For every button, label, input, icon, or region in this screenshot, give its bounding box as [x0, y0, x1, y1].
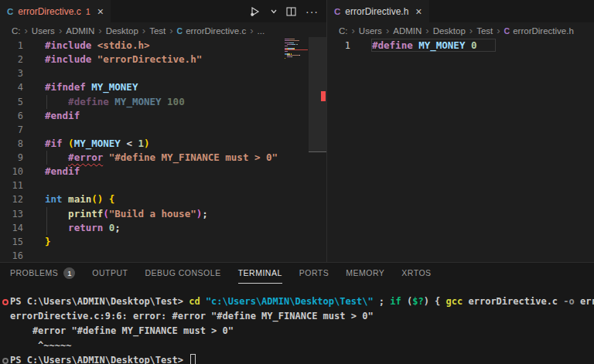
tabbar-left: C errorDirective.c 1 × ···: [0, 0, 326, 22]
code-line[interactable]: 1#include <stdio.h>: [0, 39, 326, 53]
code-token: #if: [45, 138, 68, 149]
code-token: printf: [68, 208, 103, 219]
tab-errordirective-c[interactable]: C errorDirective.c 1 ×: [0, 0, 111, 22]
code-token: main: [68, 193, 91, 205]
line-number: 7: [0, 123, 23, 137]
breadcrumb-right: C:›Users›ADMIN›Desktop›Test›CerrorDirect…: [327, 22, 594, 39]
panel-tab-ports[interactable]: PORTS: [299, 263, 329, 284]
breadcrumb-item[interactable]: CerrorDirective.c: [177, 26, 247, 36]
terminal-text: if: [390, 296, 407, 307]
code-token: ;: [202, 208, 208, 219]
code-line[interactable]: 12int main() {: [0, 192, 326, 206]
code-token: MY_MONEY: [91, 81, 138, 93]
tab-errordirective-h[interactable]: C errorDirective.h ×: [327, 0, 429, 22]
breadcrumb-item[interactable]: ...: [258, 26, 265, 36]
line-number: 6: [0, 109, 23, 123]
command-decoration-icon: [2, 358, 9, 364]
code-token: }: [45, 236, 51, 247]
panel-tab-label: MEMORY: [346, 268, 384, 277]
terminal[interactable]: PS C:\Users\ADMIN\Desktop\Test> cd "c:\U…: [0, 294, 594, 364]
terminal-text: -o: [563, 296, 574, 307]
code-line[interactable]: 9 #error "#define MY_FINANCE must > 0": [0, 151, 326, 165]
breadcrumb-item[interactable]: ADMIN: [66, 26, 94, 36]
minimap[interactable]: [285, 39, 308, 60]
code-line[interactable]: 7: [0, 123, 326, 137]
vscode-window: C errorDirective.c 1 × ···: [0, 0, 594, 364]
breadcrumb-item[interactable]: Desktop: [106, 26, 138, 36]
panel-tab-terminal[interactable]: TERMINAL: [238, 263, 282, 284]
code-line[interactable]: 6#endif: [0, 109, 326, 123]
code-line[interactable]: 2#include "errorDirective.h": [0, 53, 326, 66]
breadcrumb-item[interactable]: C:: [12, 26, 21, 36]
line-number: 8: [0, 137, 23, 151]
line-text: #if (MY_MONEY < 1): [45, 137, 150, 151]
code-line[interactable]: 10#endif: [0, 165, 326, 179]
code-line[interactable]: 13 printf("Build a house");: [0, 207, 326, 221]
breadcrumb-item[interactable]: CerrorDirective.h: [504, 26, 574, 36]
line-text: #define MY_MONEY 0: [372, 39, 477, 53]
code-token: #include: [45, 53, 97, 65]
line-text: int main() {: [45, 192, 114, 206]
breadcrumb-label: errorDirective.c: [186, 26, 246, 36]
terminal-row[interactable]: ^~~~~~: [0, 338, 594, 353]
breadcrumb-label: Desktop: [106, 26, 138, 36]
panel-tab-problems[interactable]: PROBLEMS1: [10, 263, 75, 284]
breadcrumb-label: Test: [476, 26, 493, 36]
code-line[interactable]: 5 #define MY_MONEY 100: [0, 95, 326, 109]
terminal-text: erro: [575, 296, 594, 307]
breadcrumb-item[interactable]: Test: [149, 26, 166, 36]
code-line[interactable]: 4#ifndef MY_MONEY: [0, 80, 326, 94]
breadcrumb-item[interactable]: Users: [32, 26, 55, 36]
code-token: (: [68, 138, 74, 149]
breadcrumb-label: Desktop: [433, 26, 466, 36]
panel-tab-output[interactable]: OUTPUT: [92, 263, 128, 284]
panel-tab-xrtos[interactable]: XRTOS: [401, 263, 431, 284]
run-dropdown-chevron-icon[interactable]: [271, 9, 277, 14]
split-editor-icon[interactable]: [286, 7, 296, 16]
breadcrumb-item[interactable]: Test: [476, 26, 493, 36]
line-text: #define MY_MONEY 100: [45, 95, 185, 109]
chevron-right-icon: ›: [385, 27, 390, 35]
panel-tab-debug-console[interactable]: DEBUG CONSOLE: [145, 263, 221, 284]
terminal-row[interactable]: PS C:\Users\ADMIN\Desktop\Test>: [0, 353, 594, 364]
line-number: 2: [0, 53, 23, 66]
panel-tab-label: XRTOS: [401, 268, 431, 277]
terminal-row[interactable]: #error "#define MY_FINANCE must > 0": [0, 324, 594, 338]
breadcrumb-label: ADMIN: [393, 26, 422, 36]
breadcrumb-item[interactable]: Desktop: [433, 26, 466, 36]
code-editor-left[interactable]: 1#include <stdio.h>2#include "errorDirec…: [0, 39, 326, 262]
line-text: #endif: [45, 165, 80, 179]
code-editor-right[interactable]: 1#define MY_MONEY 0: [327, 39, 594, 262]
breadcrumb-label: ...: [258, 26, 265, 36]
code-token: #ifndef: [45, 81, 91, 93]
line-number: 15: [0, 235, 23, 249]
code-line[interactable]: 14 return 0;: [0, 221, 326, 235]
line-number: 5: [0, 95, 23, 109]
more-actions-icon[interactable]: ···: [306, 5, 319, 18]
code-line[interactable]: 3: [0, 66, 326, 80]
line-number: 13: [0, 207, 23, 221]
terminal-row[interactable]: PS C:\Users\ADMIN\Desktop\Test> cd "c:\U…: [0, 294, 594, 309]
chevron-right-icon: ›: [351, 27, 356, 35]
code-line[interactable]: 8#if (MY_MONEY < 1): [0, 137, 326, 151]
code-token: (: [103, 208, 109, 219]
chevron-right-icon: ›: [58, 27, 63, 35]
code-token: <stdio.h>: [97, 39, 150, 51]
code-token: [45, 222, 68, 233]
breadcrumb-item[interactable]: C:: [339, 26, 348, 36]
code-line[interactable]: 1#define MY_MONEY 0: [327, 39, 594, 53]
run-or-debug-icon[interactable]: [250, 6, 261, 17]
terminal-cursor: [190, 354, 196, 364]
close-icon[interactable]: ×: [415, 6, 422, 17]
breadcrumb-item[interactable]: ADMIN: [393, 26, 422, 36]
code-line[interactable]: 11: [0, 179, 326, 192]
line-text: printf("Build a house");: [45, 207, 208, 221]
code-line[interactable]: 16: [0, 249, 326, 262]
close-icon[interactable]: ×: [97, 6, 104, 17]
code-token: (): [91, 193, 103, 205]
panel-tab-memory[interactable]: MEMORY: [346, 263, 384, 284]
code-line[interactable]: 15}: [0, 235, 326, 249]
code-token: #endif: [45, 165, 80, 177]
breadcrumb-item[interactable]: Users: [359, 26, 382, 36]
terminal-row[interactable]: errorDirective.c:9:6: error: #error "#de…: [0, 309, 594, 324]
